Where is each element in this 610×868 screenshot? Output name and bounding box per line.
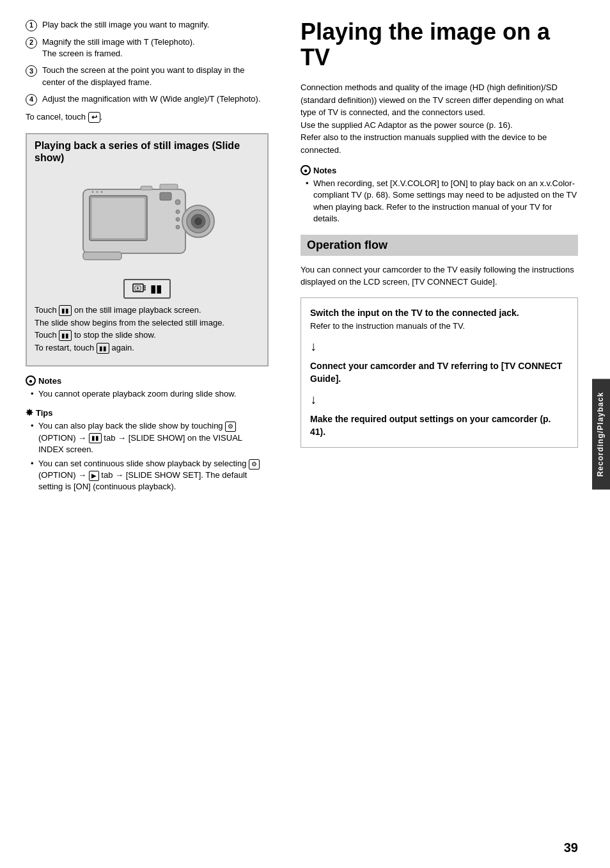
- steps-list: 1 Play back the still image you want to …: [26, 19, 269, 106]
- svg-point-11: [176, 217, 180, 221]
- right-intro: Connection methods and quality of the im…: [301, 81, 578, 156]
- slideshow-small-icon: ▮▮: [59, 305, 72, 316]
- svg-point-15: [92, 191, 94, 193]
- option-icon-1: ⚙: [225, 422, 236, 432]
- page-title: Playing the image on a TV: [301, 19, 578, 70]
- step-4-num: 4: [26, 94, 37, 106]
- step-3-num: 3: [26, 65, 37, 77]
- op-step-1: Switch the input on the TV to the connec…: [310, 307, 568, 320]
- right-notes-title: Notes: [313, 166, 336, 175]
- svg-rect-7: [160, 184, 178, 189]
- page-number: 39: [564, 840, 578, 855]
- stop-suffix: to stop the slide show.: [74, 330, 156, 340]
- tips-title: Tips: [36, 408, 53, 418]
- pause-label: ▮▮: [150, 283, 162, 295]
- tips-header: ✸ Tips: [26, 407, 269, 418]
- slidebox: Playing back a series of still images (S…: [26, 133, 269, 367]
- op-flow-box: Switch the input on the TV to the connec…: [301, 297, 578, 448]
- side-tab: Recording/Playback: [592, 379, 610, 489]
- op-step-2: Connect your camcorder and TV referring …: [310, 360, 568, 385]
- stop-icon: ▮▮: [59, 330, 72, 341]
- right-notes-header: ● Notes: [301, 165, 578, 175]
- op-step-1-desc: Refer to the instruction manuals of the …: [310, 320, 568, 333]
- right-notes: ● Notes When recording, set [X.V.COLOR] …: [301, 165, 578, 225]
- left-notes: ● Notes You cannot operate playback zoom…: [26, 375, 269, 400]
- left-column: 1 Play back the still image you want to …: [0, 0, 288, 868]
- restart-suffix: again.: [111, 343, 134, 352]
- step-1-num: 1: [26, 20, 37, 31]
- tips-icon: ✸: [26, 407, 33, 418]
- step-1: 1 Play back the still image you want to …: [26, 19, 269, 31]
- step-2-num: 2: [26, 37, 37, 49]
- svg-point-10: [176, 210, 180, 214]
- right-note-1: When recording, set [X.V.COLOR] to [ON] …: [306, 178, 578, 225]
- step-4-text: Adjust the magnification with W (Wide an…: [42, 93, 261, 105]
- touch-icon-area: ▮▮: [35, 279, 260, 299]
- restart-label: To restart, touch: [35, 343, 94, 352]
- slide-begin-text: The slide show begins from the selected …: [35, 318, 224, 327]
- tab-icon-1: ▮▮: [89, 433, 102, 443]
- cancel-icon: ↩: [88, 112, 100, 123]
- slide-text: Touch ▮▮ on the still image playback scr…: [35, 304, 260, 354]
- svg-point-16: [97, 191, 98, 193]
- svg-point-9: [175, 200, 180, 205]
- camera-illustration: [77, 170, 217, 272]
- right-notes-list: When recording, set [X.V.COLOR] to [ON] …: [301, 178, 578, 225]
- tip-2: You can set continuous slide show playba…: [31, 458, 269, 493]
- restart-icon: ▮▮: [97, 343, 109, 354]
- cancel-text: To cancel, touch: [26, 112, 86, 122]
- slidebox-title: Playing back a series of still images (S…: [35, 139, 260, 164]
- svg-point-12: [176, 225, 180, 229]
- left-tips: ✸ Tips You can also play back the slide …: [26, 407, 269, 493]
- left-note-1: You cannot operate playback zoom during …: [31, 388, 269, 400]
- op-arrow-1: ↓: [310, 336, 568, 356]
- touch-suffix: on the still image playback screen.: [74, 305, 201, 315]
- op-flow-header: Operation flow: [301, 235, 578, 256]
- notes-icon: ●: [26, 375, 36, 386]
- step-3-text: Touch the screen at the point you want t…: [42, 65, 269, 88]
- step-3: 3 Touch the screen at the point you want…: [26, 65, 269, 88]
- svg-rect-2: [91, 198, 145, 239]
- step-4: 4 Adjust the magnification with W (Wide …: [26, 93, 269, 106]
- tips-list: You can also play back the slide show by…: [26, 420, 269, 493]
- svg-rect-14: [83, 252, 121, 260]
- op-arrow-2: ↓: [310, 389, 568, 409]
- svg-marker-23: [137, 287, 139, 289]
- touch-label: Touch: [35, 305, 57, 315]
- tip-1: You can also play back the slide show by…: [31, 420, 269, 455]
- left-notes-header: ● Notes: [26, 375, 269, 386]
- tab-icon-2: ▶: [89, 471, 99, 481]
- touch-stop-text: Touch: [35, 330, 57, 340]
- option-icon-2: ⚙: [249, 459, 260, 470]
- right-column: Playing the image on a TV Connection met…: [288, 0, 610, 868]
- slideshow-icon: [132, 283, 146, 295]
- left-notes-list: You cannot operate playback zoom during …: [26, 388, 269, 400]
- camera-area: [35, 170, 260, 272]
- step-2-text: Magnify the still image with T (Telephot…: [42, 36, 195, 59]
- right-notes-icon: ●: [301, 165, 311, 175]
- svg-point-6: [194, 217, 202, 225]
- svg-rect-8: [141, 186, 152, 190]
- step-1-text: Play back the still image you want to ma…: [42, 19, 209, 31]
- svg-rect-13: [160, 193, 171, 200]
- touch-box: ▮▮: [123, 279, 171, 299]
- cancel-line: To cancel, touch ↩.: [26, 112, 269, 123]
- op-step-3: Make the required output settings on you…: [310, 413, 568, 438]
- left-notes-title: Notes: [38, 376, 61, 386]
- op-flow-intro: You can connect your camcorder to the TV…: [301, 264, 578, 288]
- svg-point-17: [101, 191, 103, 193]
- page-container: 1 Play back the still image you want to …: [0, 0, 610, 868]
- step-2: 2 Magnify the still image with T (Teleph…: [26, 36, 269, 59]
